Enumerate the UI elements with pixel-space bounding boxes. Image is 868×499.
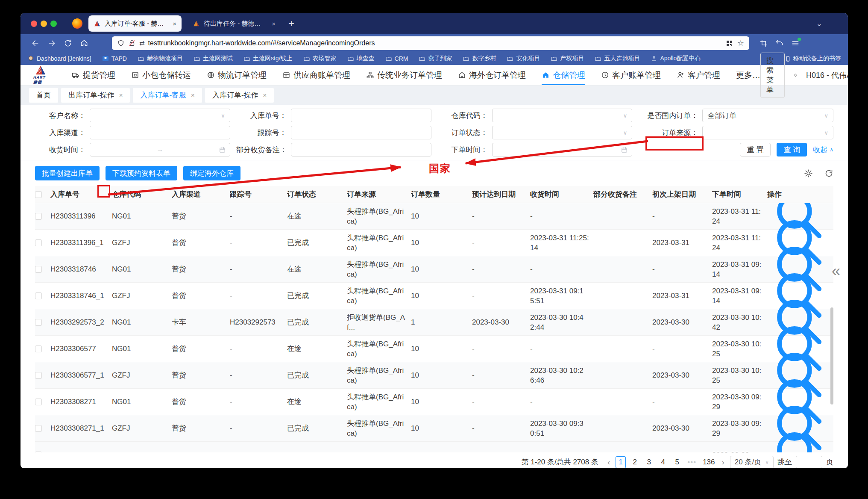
nav-item[interactable]: 物流订单管理 [207, 65, 267, 85]
url-text[interactable]: testtrunkbookingmgr.hart-worldwide.com/#… [148, 39, 721, 47]
home-icon[interactable] [80, 39, 88, 47]
close-tab-icon[interactable]: × [119, 92, 123, 99]
menu-icon[interactable] [791, 39, 800, 47]
bell-icon[interactable] [794, 71, 797, 80]
filter-select[interactable]: ∨ [492, 109, 633, 122]
bookmark-item[interactable]: Apollo配置中心 [651, 55, 701, 62]
hart-logo[interactable]: HART赫德 [33, 65, 49, 85]
close-window-button[interactable] [31, 21, 37, 27]
filter-input[interactable] [90, 126, 230, 139]
refresh-icon[interactable] [824, 169, 833, 178]
filter-daterange[interactable]: → [492, 143, 633, 156]
permissions-icon[interactable]: ⇄ [139, 39, 145, 47]
action-button[interactable]: 批量创建出库单 [35, 166, 100, 180]
shield-icon[interactable] [117, 39, 125, 47]
bookmark-item[interactable]: 五大连池项目 [595, 55, 640, 62]
collapse-link[interactable]: 收起∧ [813, 145, 833, 155]
search-menu-button[interactable]: 搜索菜单 [760, 53, 785, 98]
bookmark-item[interactable]: 土流网测试 [194, 55, 233, 62]
bookmark-item[interactable]: CRM [385, 55, 408, 62]
vertical-scrollbar-thumb[interactable] [830, 307, 833, 405]
user-name[interactable]: H016 - 代伟Andy [806, 70, 848, 80]
table-row[interactable]: H2303311396_1GZFJ普货-已完成头程推单(BG_Africa)10… [35, 230, 833, 256]
filter-select[interactable]: ∨ [492, 126, 633, 139]
nav-item[interactable]: 供应商账单管理 [282, 65, 350, 85]
undo-icon[interactable] [775, 39, 784, 47]
nav-item[interactable]: 传统业务订单管理 [366, 65, 442, 85]
browser-tab[interactable]: 待出库任务 - 赫德国际物流管理系× [188, 15, 281, 32]
nav-item[interactable]: 更多… [736, 65, 760, 85]
lock-icon[interactable] [128, 39, 136, 47]
page-tab[interactable]: 出库订单-操作× [61, 88, 130, 103]
collapse-panel-handle[interactable]: « [832, 263, 840, 279]
filter-input[interactable] [291, 143, 431, 156]
reset-button[interactable]: 重 置 [740, 143, 771, 156]
nav-item[interactable]: 提货管理 [72, 65, 115, 85]
bookmark-star-icon[interactable]: ☆ [737, 38, 744, 48]
page-number[interactable]: 5 [672, 458, 682, 467]
table-row[interactable]: H2303308271_1GZFJ普货-已完成头程推单(BG_Africa)10… [35, 415, 833, 442]
action-button[interactable]: 绑定海外仓库 [183, 166, 240, 180]
page-size-select[interactable]: 20 条/页 ∨ [730, 456, 774, 469]
table-row[interactable]: H2303311396NG01普货-在途头程推单(BG_Africa)10---… [35, 203, 833, 230]
table-row[interactable]: 2023-03-29 [35, 442, 833, 452]
jump-page-input[interactable] [796, 456, 822, 469]
close-tab-icon[interactable]: × [173, 20, 176, 27]
close-tab-icon[interactable]: × [191, 92, 195, 99]
page-number[interactable]: 3 [644, 458, 654, 467]
filter-select[interactable]: ∨ [90, 109, 230, 122]
new-tab-button[interactable]: + [288, 18, 294, 30]
page-number[interactable]: 1 [616, 456, 626, 468]
zoom-window-button[interactable] [50, 21, 57, 27]
filter-input[interactable] [291, 126, 431, 139]
search-button[interactable]: 查 询 [777, 143, 807, 156]
filter-daterange[interactable]: → [90, 143, 230, 156]
page-tab[interactable]: 入库订单-客服× [133, 88, 202, 103]
bookmark-item[interactable]: 数字乡村 [463, 55, 496, 62]
next-page-icon[interactable]: › [720, 458, 726, 467]
prev-page-icon[interactable]: ‹ [606, 458, 612, 467]
row-checkbox[interactable] [35, 213, 42, 220]
table-row[interactable]: H2303318746NG01普货-在途头程推单(BG_Africa)10---… [35, 256, 833, 283]
table-row[interactable]: H2303306577NG01普货-在途头程推单(BG_Africa)10---… [35, 336, 833, 362]
bookmark-item[interactable]: 土流网stg/线上 [243, 55, 293, 62]
filter-select[interactable]: ∨ [702, 126, 833, 139]
row-checkbox[interactable] [35, 452, 42, 453]
reload-icon[interactable] [64, 39, 72, 47]
bookmark-item[interactable]: TAPD [102, 55, 127, 62]
gear-icon[interactable] [804, 169, 813, 178]
bookmark-item[interactable]: 燕子到家 [419, 55, 452, 62]
browser-tab[interactable]: 入库订单-客服 - 赫德国际物流管理× [88, 15, 182, 32]
nav-item[interactable]: 仓储管理 [542, 65, 585, 85]
row-checkbox[interactable] [35, 319, 42, 326]
nav-item[interactable]: 客户账单管理 [601, 65, 661, 85]
qr-code-icon[interactable] [726, 40, 733, 47]
page-number[interactable]: 4 [658, 458, 668, 467]
bookmark-item[interactable]: Dashboard [Jenkins] [27, 55, 91, 62]
table-row[interactable]: H2303292573_2NG01卡车H2303292573已完成拒收退货单(B… [35, 309, 833, 336]
row-checkbox[interactable] [35, 345, 42, 352]
action-button[interactable]: 下载预约资料表单 [106, 166, 177, 180]
bookmark-item[interactable]: 安化项目 [507, 55, 540, 62]
page-number[interactable]: 2 [630, 458, 640, 467]
minimize-window-button[interactable] [41, 21, 47, 27]
list-tabs-chevron-icon[interactable]: ⌄ [816, 19, 822, 28]
close-tab-icon[interactable]: × [272, 20, 276, 27]
page-number[interactable]: 136 [701, 458, 716, 467]
row-checkbox[interactable] [35, 425, 42, 432]
nav-item[interactable]: 海外仓订单管理 [458, 65, 526, 85]
row-checkbox[interactable] [35, 399, 42, 405]
filter-input[interactable] [291, 109, 431, 122]
bookmark-item[interactable]: 赫德物流项目 [138, 55, 183, 62]
nav-item[interactable]: 小包仓储转运 [131, 65, 191, 85]
bookmark-item[interactable]: 产权项目 [551, 55, 584, 62]
page-tab[interactable]: 入库订单-操作× [205, 88, 274, 103]
page-tab[interactable]: 首页 [29, 88, 58, 103]
row-checkbox[interactable] [35, 239, 42, 246]
back-icon[interactable] [31, 39, 40, 47]
close-tab-icon[interactable]: × [263, 92, 267, 99]
table-row[interactable]: H2303306577_1GZFJ普货-已完成头程推单(BG_Africa)10… [35, 362, 833, 389]
nav-item[interactable]: 客户管理 [677, 65, 720, 85]
bookmark-item[interactable]: 地查查 [347, 55, 375, 62]
row-checkbox[interactable] [35, 292, 42, 299]
